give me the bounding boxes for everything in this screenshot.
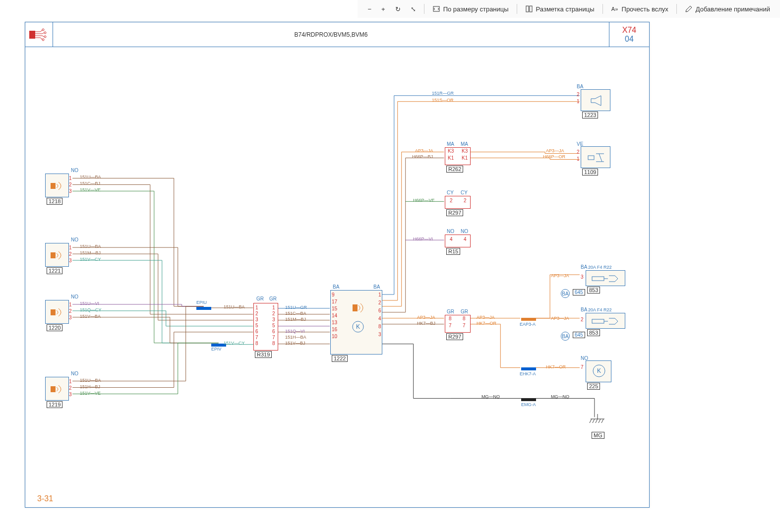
sensor-1220-pin-3: 3 (69, 315, 72, 320)
m1222-rpin-1: 1 (378, 292, 381, 297)
r15-w: H66P—VI (413, 236, 433, 241)
separator (424, 4, 424, 14)
svg-rect-22 (51, 309, 56, 315)
r297b-wr0: AP3—JA (477, 315, 495, 320)
r297b-p0r: 8 (463, 316, 466, 321)
sensor-1218-pin-1: 1 (69, 176, 72, 181)
m1222-lpin-17: 17 (332, 299, 337, 304)
svg-text:K: K (597, 367, 601, 374)
zoom-in-button[interactable]: + (377, 3, 389, 15)
sensor-1221-label: 1221 (47, 267, 62, 274)
r319-rpin-5: 5 (272, 323, 275, 328)
relay-icon (586, 150, 606, 166)
r297b-tr: GR (461, 309, 468, 314)
svg-text:K: K (356, 323, 360, 330)
component-1223: 1223 (581, 89, 610, 111)
svg-rect-33 (592, 319, 604, 323)
r262-p1r: K1 (462, 155, 468, 161)
rotate-icon: ↻ (395, 5, 401, 13)
module-k-icon: K (352, 320, 364, 333)
separator (517, 4, 517, 14)
svg-rect-24 (353, 304, 358, 311)
add-note-button[interactable]: Добавление примечаний (681, 3, 774, 15)
r319-lpin-5: 5 (255, 323, 258, 328)
m1222-term-l: BA (333, 284, 339, 290)
m1222-lpin-10: 10 (332, 334, 337, 339)
svg-line-41 (596, 419, 598, 423)
page-layout-label: Разметка страницы (536, 5, 595, 13)
r297b-p1: 7 (449, 323, 452, 328)
m1222-rpin-3: 3 (378, 332, 381, 337)
horn-icon (589, 94, 604, 108)
proximity-sensor-icon (50, 383, 65, 395)
read-aloud-button[interactable]: A» Прочесть вслух (607, 3, 672, 15)
fuse_853a-badge2: 645 (573, 289, 585, 296)
logo-cell (25, 22, 53, 47)
fuse_853a-text: 20A F4 R22 (588, 265, 612, 270)
connector-r15: R15 (445, 235, 471, 247)
fuse_853b-term: BA (581, 307, 587, 312)
sensor-1218: 1218 (45, 174, 69, 197)
sensor-module-icon (350, 299, 366, 316)
r319-lpin-2: 2 (255, 311, 258, 316)
sensor-1221-wire-1: 151M—BJ (80, 250, 101, 255)
fuse-icon (590, 316, 622, 326)
r262-tr: MA (461, 141, 468, 147)
proximity-sensor-icon (50, 180, 65, 192)
schematic-code: X74 04 (609, 22, 649, 47)
sensor-1221-wire-2: 151V—CY (80, 257, 101, 262)
sensor-1218-term: NO (71, 168, 78, 173)
proximity-sensor-icon (50, 306, 65, 318)
r319-lpin-1: 1 (255, 305, 258, 310)
sensor-1221-pin-1: 1 (69, 245, 72, 250)
circuit-logo-icon (28, 26, 50, 44)
fit-width-button[interactable]: ⤡ (407, 3, 420, 15)
c1223-p0: 2 (577, 92, 580, 97)
m1222-lpin-16: 16 (332, 327, 337, 332)
svg-rect-1 (526, 6, 529, 12)
fit-page-button[interactable]: По размеру страницы (428, 3, 513, 15)
fuse_853b-badge: BA (561, 332, 570, 341)
minus-icon: − (367, 5, 371, 13)
r297a-tr: CY (461, 190, 468, 195)
fit-page-label: По размеру страницы (443, 5, 509, 13)
ground-symbol: MG (589, 414, 606, 430)
c1223-term: BA (577, 84, 583, 89)
sensor-1221: 1221 (45, 243, 69, 267)
r319-out-2: 151M—BJ (285, 317, 306, 322)
ground-label: MG (592, 432, 604, 439)
r262-p0: K3 (448, 148, 454, 154)
fuse_853a-pin: 3 (581, 274, 584, 280)
fuse-icon (590, 274, 622, 284)
r319-out-1: 151C—BA (285, 311, 306, 316)
sensor-1220-wire-1: 151Q—CY (80, 307, 102, 312)
r319-rpin-7: 7 (272, 335, 275, 340)
zoom-out-button[interactable]: − (363, 3, 375, 15)
r15-tl: NO (447, 229, 454, 234)
svg-line-43 (601, 419, 603, 423)
c225-w: HK7—OR (546, 364, 566, 369)
r319-out-5: 151V—BJ (285, 341, 305, 346)
sensor-1219-wire-0: 151U—BA (80, 378, 101, 383)
rotate-button[interactable]: ↻ (391, 3, 405, 15)
page-layout-button[interactable]: Разметка страницы (521, 3, 599, 15)
fuse_853a-label: 853 (587, 287, 600, 294)
m1222-lpin-13: 13 (332, 320, 337, 325)
r319-lpin-6: 6 (255, 329, 258, 334)
r319-rpin-8: 8 (272, 341, 275, 346)
connector-r297-a-label: R297 (446, 209, 463, 216)
r297b-wl0: AP3—JA (417, 315, 435, 320)
sensor-1218-wire-0: 151U—BA (80, 175, 101, 179)
svg-line-39 (590, 419, 592, 423)
pdf-toolbar: − + ↻ ⤡ По размеру страницы Разметка стр… (358, 0, 780, 18)
r297b-p1r: 7 (463, 323, 466, 328)
code-sub: 04 (625, 35, 634, 44)
sensor-1219-wire-2: 151V—VE (80, 391, 101, 396)
code-main: X74 (622, 26, 636, 35)
fuse_853b-wire: AP3—JA (551, 316, 569, 321)
sensor-1221-wire-0: 151U—BA (80, 244, 101, 249)
add-note-label: Добавление примечаний (696, 5, 770, 13)
splice-eap3-label: EAP3-A (520, 322, 536, 327)
splice-eap3 (521, 318, 536, 321)
component-1109-label: 1109 (582, 169, 598, 176)
